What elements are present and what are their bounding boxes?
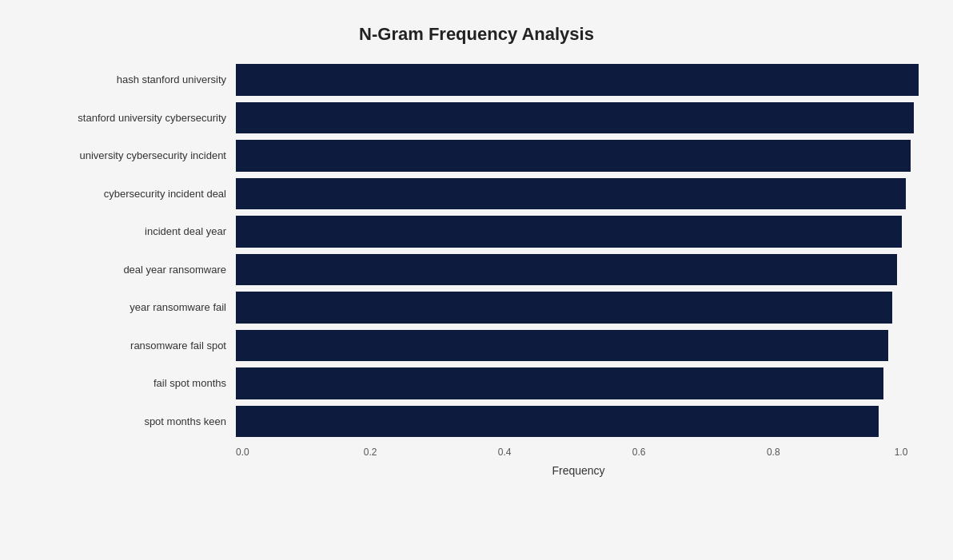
bar-label: ransomware fail spot xyxy=(32,340,236,351)
bar-track xyxy=(236,61,921,99)
bar-row: hash stanford university xyxy=(32,61,921,99)
bar xyxy=(236,64,919,96)
bar xyxy=(236,102,914,134)
bar-track xyxy=(236,364,921,403)
bar-label: stanford university cybersecurity xyxy=(32,112,236,124)
x-tick: 0.6 xyxy=(632,447,646,458)
bar-row: incident deal year xyxy=(32,212,921,251)
chart-area: hash stanford universitystanford univers… xyxy=(32,61,921,477)
bar-row: stanford university cybersecurity xyxy=(32,99,921,137)
bar-row: ransomware fail spot xyxy=(32,327,921,365)
bar xyxy=(236,330,888,362)
bar-row: cybersecurity incident deal xyxy=(32,175,921,213)
chart-title: N-Gram Frequency Analysis xyxy=(32,16,921,45)
bar-track xyxy=(236,251,921,289)
bar xyxy=(236,254,897,286)
x-tick: 1.0 xyxy=(895,447,908,458)
x-tick: 0.0 xyxy=(236,447,249,458)
bars-section: hash stanford universitystanford univers… xyxy=(32,61,921,440)
bar-label: university cybersecurity incident xyxy=(32,149,236,161)
bar-row: year ransomware fail xyxy=(32,288,921,327)
bar-label: incident deal year xyxy=(32,225,236,237)
bar-label: year ransomware fail xyxy=(32,301,236,313)
bar-track xyxy=(236,212,921,251)
bar-label: spot months keen xyxy=(32,415,236,427)
x-axis-label: Frequency xyxy=(236,464,921,477)
bar-track xyxy=(236,288,921,327)
bar-row: fail spot months xyxy=(32,364,921,403)
bar xyxy=(236,178,906,210)
bar xyxy=(236,140,911,172)
x-axis: 0.00.20.40.60.81.0 xyxy=(236,447,921,458)
bar-track xyxy=(236,327,921,365)
bar-row: spot months keen xyxy=(32,403,921,441)
bar xyxy=(236,292,892,324)
bar-label: cybersecurity incident deal xyxy=(32,188,236,200)
bar xyxy=(236,367,883,399)
chart-container: N-Gram Frequency Analysis hash stanford … xyxy=(0,0,953,560)
bar-track xyxy=(236,175,921,213)
bar-row: deal year ransomware xyxy=(32,251,921,289)
bar-track xyxy=(236,403,921,441)
x-tick: 0.8 xyxy=(767,447,780,458)
x-tick-container: 0.00.20.40.60.81.0 xyxy=(236,447,921,458)
bar-row: university cybersecurity incident xyxy=(32,137,921,175)
bar-label: hash stanford university xyxy=(32,73,236,85)
x-tick: 0.2 xyxy=(364,447,377,458)
x-tick: 0.4 xyxy=(498,447,512,458)
bar xyxy=(236,216,902,248)
bar-track xyxy=(236,99,921,137)
bar-label: deal year ransomware xyxy=(32,264,236,276)
bar xyxy=(236,406,879,438)
bar-track xyxy=(236,137,921,175)
bar-label: fail spot months xyxy=(32,377,236,389)
